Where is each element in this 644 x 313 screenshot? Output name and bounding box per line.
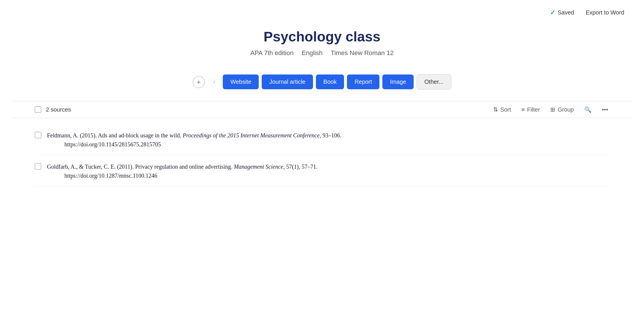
page-meta: APA 7th edition English Times New Roman … [0, 49, 644, 57]
sort-button[interactable]: ⇅ Sort [492, 104, 512, 115]
source-type-toolbar: ＋ › Website Journal article Book Report … [0, 65, 644, 101]
saved-check-icon: ✓ [550, 9, 555, 17]
source-item-1: Feldmann, A. (2015). Ads and ad-block us… [35, 124, 609, 155]
source-checkbox-2[interactable] [35, 163, 41, 170]
source-type-image-button[interactable]: Image [382, 74, 414, 89]
citation-text-italic-1: Proceedings of the 2015 Internet Measure… [183, 132, 320, 139]
sort-icon: ⇅ [493, 106, 498, 113]
sources-list: Feldmann, A. (2015). Ads and ad-block us… [12, 118, 632, 192]
source-checkbox-1[interactable] [35, 132, 41, 138]
page-header: Psychology class APA 7th edition English… [0, 23, 644, 65]
chevron-right-button[interactable]: › [209, 77, 219, 87]
group-label: Group [558, 106, 574, 113]
search-icon: 🔍 [584, 106, 591, 113]
list-controls: 2 sources ⇅ Sort ≡ Filter ⊞ Group 🔍 ••• [12, 101, 632, 118]
group-icon: ⊞ [550, 106, 555, 113]
source-url-1: https://doi.org/10.1145/2815675.2815705 [47, 141, 341, 148]
add-source-button[interactable]: ＋ [193, 76, 205, 88]
citation-style: APA 7th edition [250, 49, 294, 57]
chevron-right-icon: › [213, 79, 215, 85]
more-options-icon: ••• [602, 106, 608, 113]
source-type-other-button[interactable]: Other... [417, 74, 451, 90]
select-all-checkbox[interactable] [35, 106, 41, 113]
saved-label: Saved [558, 9, 574, 16]
source-url-2: https://doi.org/10.1287/mnsc.1100.1246 [47, 172, 318, 179]
filter-button[interactable]: ≡ Filter [520, 105, 541, 115]
page-title: Psychology class [0, 29, 644, 45]
more-options-button[interactable]: ••• [601, 105, 609, 115]
sort-label: Sort [500, 106, 511, 113]
citation-text-italic-2: Management Science [234, 163, 283, 170]
source-type-journal-button[interactable]: Journal article [262, 74, 313, 89]
citation-text-after-2: , 57(1), 57–71. [283, 163, 317, 170]
saved-indicator: ✓ Saved [550, 9, 574, 17]
source-type-report-button[interactable]: Report [347, 74, 379, 89]
search-button[interactable]: 🔍 [583, 104, 593, 115]
plus-icon: ＋ [196, 78, 202, 86]
source-item-2: Goldfarb, A., & Tucker, C. E. (2011). Pr… [35, 155, 609, 186]
export-to-word-button[interactable]: Export to Word [583, 8, 627, 17]
list-actions: ⇅ Sort ≡ Filter ⊞ Group 🔍 ••• [492, 104, 609, 115]
citation-text-before-1: Feldmann, A. (2015). Ads and ad-block us… [47, 132, 183, 139]
filter-label: Filter [527, 106, 540, 113]
source-citation-2: Goldfarb, A., & Tucker, C. E. (2011). Pr… [47, 162, 318, 179]
group-button[interactable]: ⊞ Group [549, 104, 575, 115]
source-type-book-button[interactable]: Book [316, 74, 344, 89]
citation-text-after-1: , 93–106. [320, 132, 341, 139]
font-style: Times New Roman 12 [331, 49, 394, 57]
source-citation-1: Feldmann, A. (2015). Ads and ad-block us… [47, 131, 341, 148]
language: English [302, 49, 323, 57]
top-bar: ✓ Saved Export to Word [0, 0, 644, 23]
filter-icon: ≡ [521, 106, 525, 113]
source-type-website-button[interactable]: Website [223, 74, 259, 89]
sources-count: 2 sources [46, 106, 492, 113]
citation-text-before-2: Goldfarb, A., & Tucker, C. E. (2011). Pr… [47, 163, 234, 170]
